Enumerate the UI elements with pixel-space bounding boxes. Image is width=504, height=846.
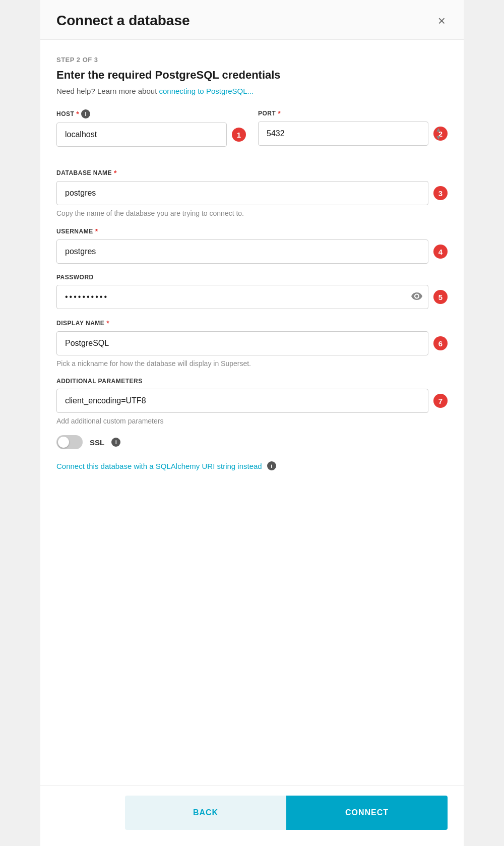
modal-footer: BACK CONNECT	[40, 785, 464, 846]
password-input-wrapper: 5	[56, 285, 448, 309]
port-input-wrapper: 2 ▲ ▼	[258, 122, 448, 146]
port-spinner: ▲ ▼	[433, 126, 444, 141]
database-name-required: *	[114, 169, 117, 177]
help-link[interactable]: connecting to PostgreSQL...	[159, 87, 254, 95]
ssl-slider	[56, 435, 83, 449]
ssl-toggle[interactable]	[56, 435, 83, 449]
additional-params-field-group: ADDITIONAL PARAMETERS 7 Add additional c…	[56, 378, 448, 425]
modal-body: STEP 2 OF 3 Enter the required PostgreSQ…	[40, 40, 464, 785]
database-name-hint: Copy the name of the database you are tr…	[56, 209, 448, 217]
database-name-input[interactable]	[56, 181, 428, 205]
uri-link[interactable]: Connect this database with a SQLAlchemy …	[56, 462, 262, 470]
additional-params-input-wrapper: 7	[56, 389, 448, 413]
host-required: *	[76, 110, 79, 118]
display-name-field-group: DISPLAY NAME * 6 Pick a nickname for how…	[56, 319, 448, 368]
host-info-icon[interactable]: i	[81, 109, 90, 118]
display-name-input[interactable]	[56, 331, 428, 355]
help-text: Need help? Learn more about connecting t…	[56, 87, 448, 95]
back-button[interactable]: BACK	[125, 796, 286, 830]
display-name-required: *	[106, 319, 109, 327]
connect-database-modal: Connect a database × STEP 2 OF 3 Enter t…	[40, 0, 464, 846]
password-label: PASSWORD	[56, 274, 448, 281]
step-title: Enter the required PostgreSQL credential…	[56, 69, 448, 82]
database-name-input-wrapper: 3	[56, 181, 448, 205]
password-toggle-button[interactable]	[411, 291, 422, 303]
modal-header: Connect a database ×	[40, 0, 464, 40]
connect-button[interactable]: CONNECT	[286, 796, 448, 830]
ssl-info-icon[interactable]: i	[111, 438, 120, 447]
uri-link-info-icon[interactable]: i	[267, 461, 276, 470]
host-label: HOST * i	[56, 109, 246, 118]
database-name-label: DATABASE NAME *	[56, 169, 448, 177]
display-name-badge: 6	[433, 336, 448, 350]
additional-params-label: ADDITIONAL PARAMETERS	[56, 378, 448, 385]
help-prefix: Need help? Learn more about	[56, 87, 159, 95]
password-badge: 5	[433, 290, 448, 304]
username-required: *	[95, 227, 98, 235]
port-increment[interactable]: ▲	[433, 126, 444, 133]
step-label: STEP 2 OF 3	[56, 56, 448, 64]
database-name-field-group: DATABASE NAME * 3 Copy the name of the d…	[56, 169, 448, 217]
password-input[interactable]	[56, 285, 428, 309]
port-field-group: PORT * 2 ▲ ▼	[258, 109, 448, 147]
close-button[interactable]: ×	[436, 12, 448, 29]
username-label: USERNAME *	[56, 227, 448, 235]
display-name-input-wrapper: 6	[56, 331, 448, 355]
modal-title: Connect a database	[56, 13, 190, 29]
username-input-wrapper: 4	[56, 239, 448, 264]
additional-params-badge: 7	[433, 394, 448, 408]
host-badge: 1	[232, 128, 246, 142]
display-name-label: DISPLAY NAME *	[56, 319, 448, 327]
additional-params-input[interactable]	[56, 389, 428, 413]
host-port-row: HOST * i 1 PORT * 2	[56, 109, 448, 157]
host-input-wrapper: 1	[56, 123, 246, 147]
additional-params-hint: Add additional custom parameters	[56, 417, 448, 425]
username-field-group: USERNAME * 4	[56, 227, 448, 264]
port-label: PORT *	[258, 109, 448, 117]
password-field-group: PASSWORD 5	[56, 274, 448, 309]
database-name-badge: 3	[433, 186, 448, 200]
host-field-group: HOST * i 1	[56, 109, 246, 147]
port-decrement[interactable]: ▼	[433, 134, 444, 141]
ssl-label: SSL	[90, 438, 104, 447]
username-input[interactable]	[56, 239, 428, 264]
ssl-row: SSL i	[56, 435, 448, 449]
port-required: *	[278, 109, 281, 117]
port-input[interactable]	[258, 122, 428, 146]
display-name-hint: Pick a nickname for how the database wil…	[56, 359, 448, 368]
host-input[interactable]	[56, 123, 227, 147]
uri-link-row: Connect this database with a SQLAlchemy …	[56, 461, 448, 470]
username-badge: 4	[433, 245, 448, 259]
